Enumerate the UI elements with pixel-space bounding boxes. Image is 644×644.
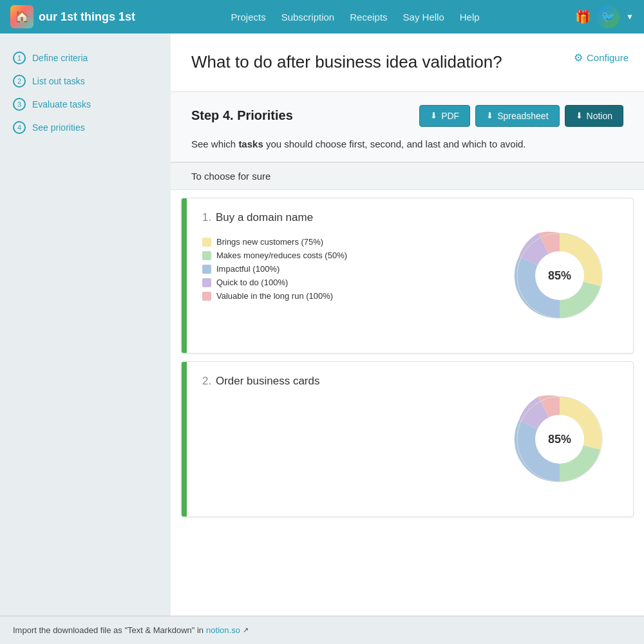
step-number: 1 — [13, 52, 26, 64]
task-name: 1. Buy a domain name — [202, 211, 489, 224]
sidebar-item-label: See priorities — [32, 122, 85, 133]
legend-item: Impactful (100%) — [202, 264, 489, 274]
task-info: 1. Buy a domain name Brings new customer… — [202, 211, 489, 340]
svg-text:85%: 85% — [548, 269, 571, 282]
task-name: 2. Order business cards — [202, 375, 489, 388]
download-icon: ⬇ — [486, 111, 493, 120]
pie-chart: 85% — [508, 388, 611, 491]
legend-color-swatch — [202, 238, 211, 247]
logo-text: our 1st things 1st — [39, 10, 135, 24]
sidebar-item-label: List out tasks — [32, 76, 85, 86]
pie-chart: 85% — [508, 224, 611, 327]
main-nav: Projects Subscription Receipts Say Hello… — [231, 12, 479, 23]
step-number: 3 — [13, 98, 26, 111]
legend-color-swatch — [202, 251, 211, 260]
notion-link[interactable]: notion.so — [206, 625, 240, 635]
step-title: Step 4. Priorities — [191, 108, 293, 123]
footer-bar: Import the downloaded file as "Text & Ma… — [0, 616, 644, 644]
task-legend: Brings new customers (75%) Makes money/r… — [202, 237, 489, 301]
svg-text:85%: 85% — [548, 433, 571, 446]
sidebar-item-label: Evaluate tasks — [32, 99, 91, 109]
step-section: Step 4. Priorities ⬇ PDF ⬇ Spreadsheet ⬇… — [171, 92, 644, 163]
main-content: What to do after business idea validatio… — [171, 33, 644, 616]
question-section: What to do after business idea validatio… — [171, 33, 644, 92]
nav-help[interactable]: Help — [460, 12, 480, 23]
step-description: See which tasks you should choose first,… — [191, 137, 623, 162]
legend-color-swatch — [202, 265, 211, 274]
sidebar-item-define-criteria[interactable]: 1 Define criteria — [10, 46, 160, 70]
nav-subscription[interactable]: Subscription — [281, 12, 335, 23]
logo-icon: 🏠 — [10, 5, 33, 28]
download-icon: ⬇ — [430, 111, 437, 120]
legend-item: Brings new customers (75%) — [202, 237, 489, 247]
configure-button[interactable]: ⚙ Configure — [574, 52, 629, 64]
sidebar-item-label: Define criteria — [32, 53, 88, 63]
nav-projects[interactable]: Projects — [231, 12, 265, 23]
task-priority-indicator — [182, 362, 187, 516]
sidebar-item-see-priorities[interactable]: 4 See priorities — [10, 116, 160, 139]
task-content: 1. Buy a domain name Brings new customer… — [187, 198, 633, 353]
task-chart: 85% — [502, 375, 618, 504]
task-chart: 85% — [502, 211, 618, 340]
legend-color-swatch — [202, 292, 211, 301]
nav-receipts[interactable]: Receipts — [350, 12, 387, 23]
legend-item: Quick to do (100%) — [202, 278, 489, 287]
category-header: To choose for sure — [171, 162, 644, 190]
avatar[interactable]: 🐦 — [596, 5, 620, 28]
chevron-down-icon[interactable]: ▼ — [626, 12, 634, 21]
nav-say-hello[interactable]: Say Hello — [403, 12, 444, 23]
task-priority-indicator — [182, 198, 187, 353]
task-info: 2. Order business cards — [202, 375, 489, 504]
task-card: 2. Order business cards 85% — [181, 361, 634, 517]
header-actions: 🎁 🐦 ▼ — [575, 5, 634, 28]
task-content: 2. Order business cards 85% — [187, 362, 633, 516]
app-header: 🏠 our 1st things 1st Projects Subscripti… — [0, 0, 644, 33]
external-link-icon: ↗ — [243, 626, 249, 634]
legend-item: Makes money/reduces costs (50%) — [202, 251, 489, 260]
sidebar-item-evaluate-tasks[interactable]: 3 Evaluate tasks — [10, 93, 160, 116]
step-header: Step 4. Priorities ⬇ PDF ⬇ Spreadsheet ⬇… — [191, 105, 623, 127]
gear-icon: ⚙ — [574, 52, 583, 64]
legend-item: Valuable in the long run (100%) — [202, 291, 489, 301]
legend-color-swatch — [202, 278, 211, 287]
step-number: 2 — [13, 75, 26, 88]
page-layout: 1 Define criteria 2 List out tasks 3 Eva… — [0, 33, 644, 616]
logo[interactable]: 🏠 our 1st things 1st — [10, 5, 135, 28]
step-number: 4 — [13, 121, 26, 134]
sidebar: 1 Define criteria 2 List out tasks 3 Eva… — [0, 33, 171, 616]
pdf-export-button[interactable]: ⬇ PDF — [419, 105, 470, 127]
question-title: What to do after business idea validatio… — [191, 52, 526, 73]
export-buttons: ⬇ PDF ⬇ Spreadsheet ⬇ Notion — [419, 105, 623, 127]
notion-export-button[interactable]: ⬇ Notion — [565, 105, 623, 127]
download-icon: ⬇ — [576, 111, 583, 120]
gift-icon[interactable]: 🎁 — [575, 9, 591, 24]
task-card: 1. Buy a domain name Brings new customer… — [181, 198, 634, 354]
sidebar-item-list-tasks[interactable]: 2 List out tasks — [10, 70, 160, 93]
spreadsheet-export-button[interactable]: ⬇ Spreadsheet — [475, 105, 559, 127]
